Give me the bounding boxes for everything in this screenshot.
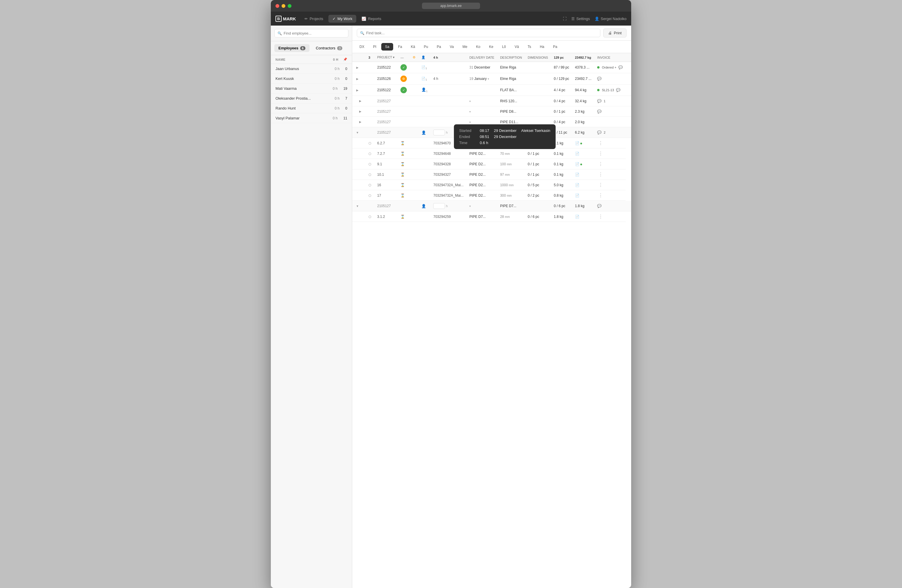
table-row-child2: ⬡ 3.1.2 ⌛ 703294259 PIPE D7... 28 mm 0 /… (352, 211, 631, 222)
spool-icon: ⬡ (368, 141, 371, 145)
table-row: 2105127 ▾ PIPE D11... 0 / 4 pc 2.0 kg ⋮ (352, 117, 631, 127)
th-hours: 4 h (431, 53, 467, 62)
th-delivery-date: DELIVERY DATE (467, 53, 497, 62)
comment-icon[interactable]: 💬 (597, 204, 601, 208)
filter-tab-Ke[interactable]: Ke (485, 43, 497, 50)
app-logo: B MARK (276, 16, 296, 22)
table-body: 2105122 ✓ 📄1 31 December Elme Riga 87 / … (352, 62, 631, 222)
list-item[interactable]: Mati Vaarma 0 h 19 (271, 84, 352, 94)
navbar: B MARK ✏ Projects ✓ My Work 📈 Reports ⛶ … (271, 12, 631, 25)
more-button[interactable]: ⋮ (628, 108, 631, 114)
sidebar: 🔍 Employees 6 Contractors 3 NAME 0 h 📌 (271, 25, 352, 588)
hours-input[interactable] (433, 130, 445, 135)
comment-icon[interactable]: 💬 (597, 109, 601, 114)
filter-tab-PI[interactable]: PI (370, 43, 380, 50)
more-button[interactable]: ⋮ (628, 203, 631, 209)
more-button[interactable]: ⋮ (597, 214, 604, 220)
close-button[interactable] (276, 4, 279, 8)
spool-icon: ⬡ (368, 183, 371, 187)
titlebar: app.bmark.ee (271, 0, 631, 12)
table-row: 2105122 ✓ 👤1 FLAT BA... 4 / 4 pc 94.4 kg (352, 84, 631, 96)
minimize-button[interactable] (282, 4, 285, 8)
hourglass-icon: ⌛ (401, 183, 405, 187)
list-item[interactable]: Oleksander Prostia... 0 h 7 (271, 94, 352, 103)
dot-icon (580, 142, 582, 144)
expand-button[interactable] (355, 77, 360, 81)
list-item[interactable]: Vasyl Palamar 0 h 11 (271, 113, 352, 123)
employee-search-input[interactable] (283, 31, 345, 36)
nav-reports[interactable]: 📈 Reports (357, 15, 385, 23)
doc-icon[interactable]: 📄 (575, 152, 579, 156)
more-button[interactable]: ⋮ (597, 192, 604, 199)
more-button[interactable]: ⋮ (628, 130, 631, 136)
filter-tab-Fa[interactable]: Fa (394, 43, 406, 50)
nav-fullscreen[interactable]: ⛶ (563, 17, 567, 21)
doc-icon[interactable]: 📄 (575, 141, 579, 145)
filter-tab-DX[interactable]: DX (356, 43, 368, 50)
expand-button[interactable] (355, 65, 360, 70)
maximize-button[interactable] (288, 4, 291, 8)
comment-icon[interactable]: 💬 (616, 88, 620, 92)
more-button[interactable]: ⋮ (597, 161, 604, 167)
hourglass-icon: ⌛ (401, 194, 405, 197)
user-icon: 👤 (595, 17, 599, 21)
more-button[interactable]: ⋮ (628, 98, 631, 104)
th-project[interactable]: PROJECT ▾ (374, 53, 398, 62)
url-bar[interactable]: app.bmark.ee (422, 3, 480, 9)
expand-button[interactable] (358, 99, 363, 103)
nav-mywork[interactable]: ✓ My Work (328, 15, 356, 23)
filter-tab-Lo[interactable]: Lõ (498, 43, 510, 50)
filter-tab-Va[interactable]: Va (446, 43, 458, 50)
nav-settings[interactable]: ☰ Settings (571, 17, 590, 21)
doc-icon[interactable]: 📄 (575, 162, 579, 166)
more-button[interactable]: ⋮ (597, 171, 604, 178)
more-button[interactable]: ⋮ (597, 150, 604, 156)
task-search-input[interactable] (366, 31, 597, 35)
filter-tab-Ts[interactable]: Ts (524, 43, 535, 50)
comment-icon[interactable]: 💬 (597, 77, 601, 81)
more-button[interactable]: ⋮ (628, 64, 631, 70)
expand-button[interactable] (358, 109, 363, 114)
nav-user[interactable]: 👤 Sergei Nadolko (595, 17, 626, 21)
more-button[interactable]: ⋮ (597, 182, 604, 188)
doc-icon[interactable]: 📄 (575, 194, 579, 197)
expand-button[interactable] (355, 130, 360, 135)
employee-search-wrap: 🔍 (274, 29, 348, 38)
comment-icon[interactable]: 💬 (597, 99, 601, 103)
filter-tab-Pa2[interactable]: Pa (549, 43, 561, 50)
expand-button[interactable] (355, 88, 360, 92)
filter-tab-Me[interactable]: Me (459, 43, 471, 50)
filter-tab-Ha[interactable]: Ha (536, 43, 548, 50)
filter-tab-Va2[interactable]: Vä (511, 43, 523, 50)
tab-contractors[interactable]: Contractors 3 (312, 44, 346, 52)
doc-icon[interactable]: 📄 (575, 172, 579, 177)
more-button[interactable]: ⋮ (597, 140, 604, 146)
nav-projects[interactable]: ✏ Projects (301, 15, 327, 23)
tab-employees[interactable]: Employees 6 (274, 44, 310, 52)
comment-icon[interactable]: 💬 (619, 66, 623, 69)
doc-icon[interactable]: 📄 (575, 215, 579, 219)
filter-tab-Pa[interactable]: Pa (433, 43, 445, 50)
list-item[interactable]: Kert Kuusk 0 h 0 (271, 74, 352, 84)
person-icon: 👤 (421, 130, 426, 135)
filter-tab-Pu[interactable]: Pu (420, 43, 432, 50)
list-item[interactable]: Rando Hunt 0 h 0 (271, 103, 352, 113)
expand-button[interactable] (355, 204, 360, 208)
table-row: 2105126 ⚙ 📄1 4 h 19 January ▾ Elme Riga … (352, 73, 631, 84)
more-button[interactable]: ⋮ (628, 76, 631, 82)
doc-icon[interactable]: 📄 (575, 183, 579, 187)
print-button[interactable]: 🖨 Print (603, 28, 626, 38)
filter-tab-Sa[interactable]: Sa (381, 43, 393, 50)
hourglass-icon: ⌛ (401, 215, 405, 219)
filter-tab-Ka[interactable]: Kä (407, 43, 419, 50)
comment-icon[interactable]: 💬 (597, 130, 601, 134)
expand-button[interactable] (358, 120, 363, 124)
more-button[interactable]: ⋮ (628, 119, 631, 125)
pin-icon: 📌 (343, 58, 348, 61)
more-button[interactable]: ⋮ (628, 87, 631, 93)
filter-tab-Ko[interactable]: Ko (472, 43, 484, 50)
th-gear: ⚙ (410, 53, 418, 62)
list-item[interactable]: Jaan Urbanus 0 h 0 (271, 64, 352, 74)
th-invoice: INVOICE (594, 53, 626, 62)
hours-input[interactable] (433, 203, 445, 209)
